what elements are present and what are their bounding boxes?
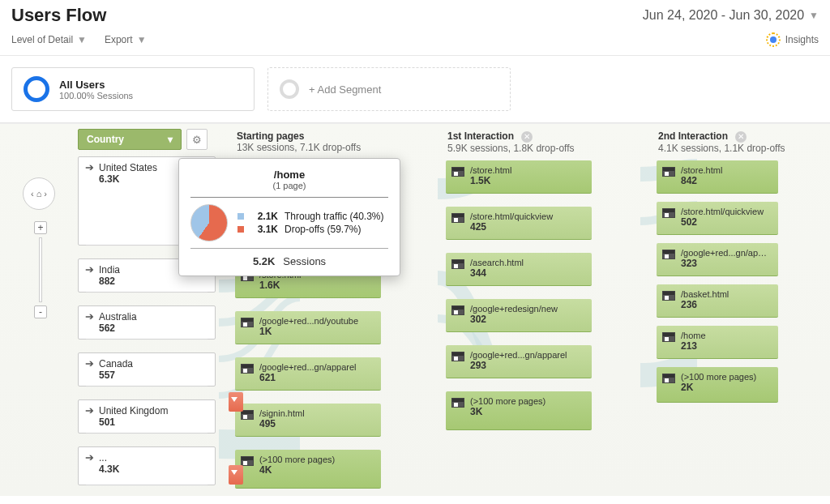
page-value: 213 <box>681 340 772 352</box>
page-icon <box>662 250 675 259</box>
segment-all-users[interactable]: All Users 100.00% Sessions <box>11 67 255 111</box>
add-segment-button[interactable]: + Add Segment <box>267 67 511 111</box>
legend-swatch-through <box>237 213 244 220</box>
export-label: Export <box>105 34 133 45</box>
level-of-detail-menu[interactable]: Level of Detail ▼ <box>11 34 87 45</box>
page-node[interactable]: /google+red...gn/apparel 293 <box>446 345 592 378</box>
page-node-more[interactable]: (>100 more pages) 2K <box>657 367 778 403</box>
through-value: 2.1K <box>250 211 278 222</box>
insights-icon <box>766 32 781 47</box>
page-node[interactable]: /signin.html 495 <box>235 404 381 437</box>
page-node[interactable]: /basket.html 236 <box>657 284 778 318</box>
arrow-right-icon: ➔ <box>85 162 94 173</box>
page-node[interactable]: /google+redesign/new 302 <box>446 299 592 332</box>
page-value: 4K <box>259 464 374 476</box>
page-value: 302 <box>470 314 585 325</box>
source-node[interactable]: ➔ Canada 557 <box>78 352 216 387</box>
arrow-right-icon: ➔ <box>85 311 94 322</box>
segment-bar: All Users 100.00% Sessions + Add Segment <box>0 56 830 123</box>
column-subtitle: 13K sessions, 7.1K drop-offs <box>237 142 361 153</box>
tooltip-subtitle: (1 page) <box>190 181 388 198</box>
source-value: 882 <box>99 275 120 287</box>
page-icon <box>241 410 254 420</box>
column-title: 1st Interaction <box>447 130 514 142</box>
source-name: United States <box>99 162 157 173</box>
segment-add-icon <box>280 79 299 99</box>
page-label: /signin.html <box>259 408 373 418</box>
page-node[interactable]: /asearch.html 344 <box>446 253 592 286</box>
column-subtitle: 4.1K sessions, 1.1K drop-offs <box>658 143 785 154</box>
page-node[interactable]: /store.html 842 <box>657 160 778 194</box>
insights-button[interactable]: Insights <box>766 32 819 47</box>
segment-subtitle: 100.00% Sessions <box>59 91 133 100</box>
arrow-right-icon: ➔ <box>85 452 94 463</box>
dimension-settings-button[interactable]: ⚙ <box>186 129 208 150</box>
page-label: /store.html <box>470 165 584 175</box>
source-name: Australia <box>99 311 137 322</box>
page-value: 495 <box>259 418 374 429</box>
page-icon <box>241 456 254 466</box>
remove-column-button[interactable]: ✕ <box>521 131 533 143</box>
page-icon <box>451 167 464 177</box>
sessions-label: Sessions <box>283 255 326 267</box>
page-icon <box>451 305 464 315</box>
chevron-down-icon: ▾ <box>168 134 173 145</box>
source-value: 562 <box>99 322 137 334</box>
page-label: /google+redesign/new <box>470 304 584 314</box>
page-value: 502 <box>681 216 772 228</box>
source-value: 501 <box>99 416 168 428</box>
page-node-more[interactable]: (>100 more pages) 4K <box>235 450 381 489</box>
page-icon <box>451 259 464 269</box>
zoom-slider[interactable] <box>39 237 42 302</box>
remove-column-button[interactable]: ✕ <box>735 131 747 143</box>
flow-nav-compass[interactable]: ‹ ⌂ › <box>23 177 55 210</box>
zoom-in-button[interactable]: + <box>34 221 47 234</box>
source-name: India <box>99 264 120 275</box>
source-node[interactable]: ➔ United Kingdom 501 <box>78 399 216 434</box>
page-icon <box>451 352 464 361</box>
chevron-down-icon: ▼ <box>809 10 819 21</box>
page-node[interactable]: /store.html/quickview 502 <box>657 202 778 235</box>
page-label: (>100 more pages) <box>259 455 373 464</box>
chevron-left-icon: ‹ <box>31 189 34 199</box>
source-value: 4.3K <box>99 463 119 475</box>
page-label: /store.html/quickview <box>470 211 584 221</box>
page-label: /google+red...nd/youtube <box>259 316 373 326</box>
level-of-detail-label: Level of Detail <box>11 34 73 45</box>
dropoff-indicator <box>229 465 243 485</box>
page-label: /google+red...gn/apparel <box>681 248 772 258</box>
chevron-down-icon: ▼ <box>77 34 87 45</box>
source-value: 557 <box>99 369 133 381</box>
page-node[interactable]: /google+red...gn/apparel 621 <box>235 357 381 391</box>
page-label: /basket.html <box>681 289 772 299</box>
arrow-right-icon: ➔ <box>85 264 94 275</box>
zoom-out-button[interactable]: - <box>34 305 47 318</box>
node-tooltip: /home (1 page) 2.1K Through traffic (40.… <box>178 158 400 276</box>
sessions-value: 5.2K <box>253 255 275 267</box>
segment-ring-icon <box>24 76 49 102</box>
arrow-right-icon: ➔ <box>85 358 94 369</box>
page-value: 425 <box>470 221 585 233</box>
segment-title: All Users <box>59 79 133 91</box>
date-range-text: Jun 24, 2020 - Jun 30, 2020 <box>643 8 804 23</box>
page-node[interactable]: /store.html/quickview 425 <box>446 207 592 240</box>
page-node[interactable]: /google+red...nd/youtube 1K <box>235 311 381 344</box>
page-value: 236 <box>681 299 772 310</box>
page-node[interactable]: /home 213 <box>657 326 778 359</box>
column-subtitle: 5.9K sessions, 1.8K drop-offs <box>447 143 575 154</box>
page-node-more[interactable]: (>100 more pages) 3K <box>446 391 592 430</box>
source-node-more[interactable]: ➔ ... 4.3K <box>78 446 216 485</box>
page-node[interactable]: /google+red...gn/apparel 323 <box>657 243 778 276</box>
page-label: /google+red...gn/apparel <box>259 362 373 372</box>
source-node[interactable]: ➔ Australia 562 <box>78 305 216 340</box>
column-title: Starting pages <box>237 130 304 142</box>
page-label: (>100 more pages) <box>470 396 584 406</box>
page-node[interactable]: /store.html 1.5K <box>446 160 592 194</box>
flow-canvas[interactable]: ‹ ⌂ › + - Country ▾ ⚙ ➔ <box>0 123 830 496</box>
pie-chart-icon <box>190 204 228 241</box>
page-value: 1.5K <box>470 175 585 186</box>
export-menu[interactable]: Export ▼ <box>105 34 147 45</box>
dimension-selector[interactable]: Country ▾ <box>78 129 182 150</box>
date-range-picker[interactable]: Jun 24, 2020 - Jun 30, 2020 ▼ <box>643 8 819 23</box>
page-title: Users Flow <box>11 5 106 26</box>
